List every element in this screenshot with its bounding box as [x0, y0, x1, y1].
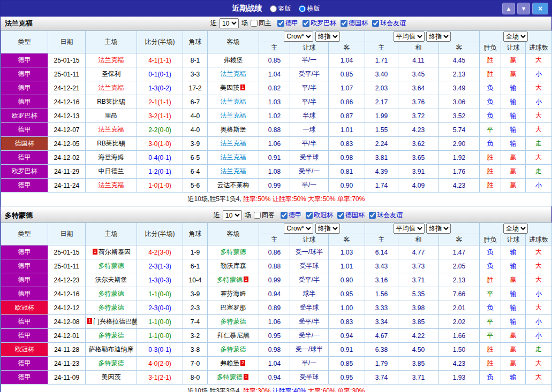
- away-team[interactable]: 法兰克福: [208, 165, 259, 179]
- team-name: 云达不莱梅: [217, 181, 249, 189]
- bookmaker-select[interactable]: Crow*: [284, 224, 313, 234]
- competition-checkbox[interactable]: [337, 212, 344, 219]
- final-odds-select[interactable]: 终指: [315, 32, 340, 42]
- result-goals: 大: [526, 259, 552, 273]
- average-select[interactable]: 平均值: [394, 32, 425, 42]
- competition-filter[interactable]: 球会友谊: [369, 211, 403, 220]
- team-name: 勒沃库森: [221, 262, 246, 270]
- away-team[interactable]: 法兰克福: [208, 67, 259, 81]
- home-team[interactable]: 多特蒙德: [86, 259, 137, 273]
- away-team[interactable]: 法兰克福: [208, 151, 259, 165]
- home-team[interactable]: 沃尔夫斯堡: [86, 273, 137, 287]
- result-goals: 大: [526, 371, 552, 385]
- home-team[interactable]: 多特蒙德: [86, 329, 137, 343]
- home-team[interactable]: 多特蒙德: [86, 357, 137, 371]
- score: 2-1(1-1): [137, 95, 183, 109]
- away-team[interactable]: 多特蒙德: [208, 315, 259, 329]
- home-team[interactable]: 多特蒙德: [86, 287, 137, 301]
- away-team[interactable]: 拜仁慕尼黑: [208, 329, 259, 343]
- home-team[interactable]: 1荷尔斯泰因: [86, 245, 137, 259]
- final-odds-select-2[interactable]: 终指: [426, 224, 451, 234]
- away-team[interactable]: 弗赖堡2: [208, 357, 259, 371]
- home-team[interactable]: 萨格勒布迪纳摩: [86, 343, 137, 357]
- match-count-select[interactable]: 10: [223, 210, 242, 220]
- bookmaker-select[interactable]: Crow*: [284, 32, 313, 42]
- competition-filter[interactable]: 德甲: [277, 19, 298, 28]
- home-team[interactable]: 中日德兰: [86, 165, 137, 179]
- away-team[interactable]: 法兰克福: [208, 95, 259, 109]
- competition-checkbox[interactable]: [369, 212, 376, 219]
- move-up-button[interactable]: ▲: [502, 3, 515, 14]
- away-team[interactable]: 多特蒙德1: [208, 273, 259, 287]
- away-team[interactable]: 奥格斯堡: [208, 123, 259, 137]
- home-team[interactable]: 多特蒙德: [86, 301, 137, 315]
- home-team[interactable]: 法兰克福: [86, 123, 137, 137]
- final-odds-select[interactable]: 终指: [315, 224, 340, 234]
- avg-draw-odds: 5.35: [398, 287, 439, 301]
- away-team[interactable]: 云达不莱梅: [208, 179, 259, 193]
- fulltime-select[interactable]: 全场: [503, 224, 528, 234]
- home-team[interactable]: 1门兴格拉德巴赫: [86, 315, 137, 329]
- away-team[interactable]: 弗赖堡: [208, 53, 259, 67]
- close-button[interactable]: ×: [532, 3, 548, 14]
- col-handicap-result: 让球: [501, 234, 526, 245]
- competition-checkbox[interactable]: [341, 20, 347, 27]
- competition-filter[interactable]: 球会友谊: [372, 19, 406, 28]
- competition-filter[interactable]: 德国杯: [337, 211, 365, 220]
- avg-draw-odds: 3.73: [398, 259, 439, 273]
- summary-segment: 单率:30%: [337, 387, 365, 392]
- home-team[interactable]: 圣保利: [86, 67, 137, 81]
- average-select[interactable]: 平均值: [394, 224, 425, 234]
- avg-draw-odds: 3.62: [398, 137, 439, 151]
- competition-filter[interactable]: 德国杯: [341, 19, 368, 28]
- home-team[interactable]: 法兰克福: [86, 179, 137, 193]
- competition-checkbox[interactable]: [303, 20, 309, 27]
- fulltime-select[interactable]: 全场: [503, 32, 528, 42]
- away-team[interactable]: 勒沃库森: [208, 259, 259, 273]
- competition-checkbox[interactable]: [306, 212, 313, 219]
- home-team[interactable]: 法兰克福: [86, 53, 137, 67]
- layout-option-vertical[interactable]: 竖版: [270, 4, 291, 13]
- same-venue-filter[interactable]: 同客: [254, 211, 275, 220]
- league-badge: 德甲: [1, 81, 48, 95]
- layout-option-horizontal[interactable]: 横版: [299, 4, 320, 13]
- average-header: 平均值 终指: [365, 223, 480, 234]
- home-team[interactable]: 海登海姆: [86, 151, 137, 165]
- away-team[interactable]: 美因茨1: [208, 81, 259, 95]
- summary-segment: 让胜率:40%: [273, 387, 308, 392]
- final-odds-select-2[interactable]: 终指: [426, 32, 451, 42]
- away-team[interactable]: 多特蒙德: [208, 245, 259, 259]
- competition-checkbox[interactable]: [372, 20, 379, 27]
- avg-home-odds: 3.43: [365, 259, 398, 273]
- competition-checkbox[interactable]: [281, 212, 288, 219]
- away-team[interactable]: 法兰克福: [208, 109, 259, 123]
- result-handicap: 输: [501, 315, 526, 329]
- matches-table: 类型 日期 主场 比分(半场) 角球 客场 Crow* 终指 平均值 终指: [1, 30, 552, 206]
- away-team[interactable]: 多特蒙德: [208, 343, 259, 357]
- home-team[interactable]: RB莱比锡: [86, 137, 137, 151]
- result-goals: 大: [526, 81, 552, 95]
- avg-home-odds: 6.38: [365, 343, 398, 357]
- move-down-button[interactable]: ▼: [517, 3, 530, 14]
- col-avg-home: 主: [365, 42, 398, 53]
- competition-filter[interactable]: 欧罗巴杯: [303, 19, 336, 28]
- competition-checkbox[interactable]: [277, 20, 284, 27]
- home-team[interactable]: 法兰克福: [86, 81, 137, 95]
- same-venue-checkbox[interactable]: [254, 212, 261, 219]
- match-count-select[interactable]: 10: [220, 18, 239, 28]
- home-team[interactable]: 美因茨: [86, 371, 137, 385]
- competition-filter[interactable]: 欧冠杯: [306, 211, 333, 220]
- horizontal-layout-radio[interactable]: [299, 5, 306, 12]
- away-team[interactable]: 霍芬海姆: [208, 287, 259, 301]
- away-team[interactable]: 多特蒙德1: [208, 371, 259, 385]
- col-handicap: 让球: [290, 234, 329, 245]
- same-venue-checkbox[interactable]: [251, 20, 258, 27]
- home-team[interactable]: 里昂: [86, 109, 137, 123]
- competition-filter[interactable]: 德甲: [281, 211, 301, 220]
- away-team[interactable]: 法兰克福: [208, 137, 259, 151]
- same-venue-filter[interactable]: 同主: [251, 19, 271, 28]
- result-outcome: 负: [480, 137, 501, 151]
- home-team[interactable]: RB莱比锡: [86, 95, 137, 109]
- vertical-layout-radio[interactable]: [270, 5, 277, 12]
- away-team[interactable]: 巴塞罗那: [208, 301, 259, 315]
